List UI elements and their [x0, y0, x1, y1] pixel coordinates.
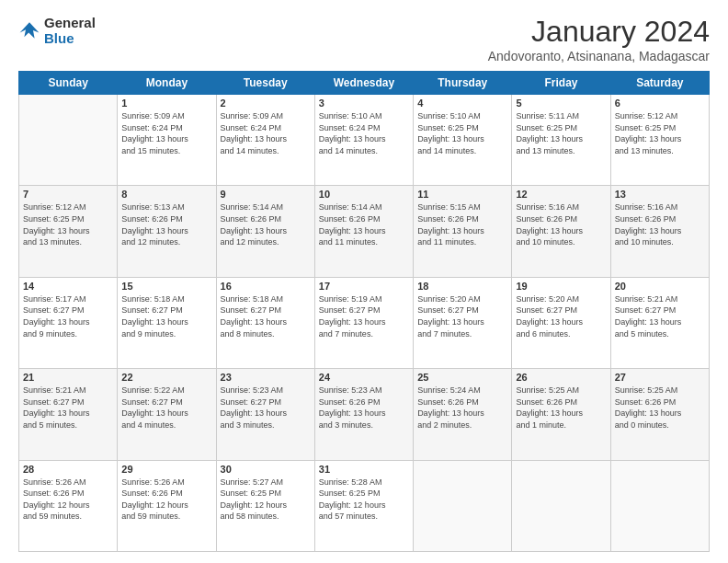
day-info: Sunrise: 5:17 AM Sunset: 6:27 PM Dayligh… — [23, 293, 113, 339]
day-info: Sunrise: 5:21 AM Sunset: 6:27 PM Dayligh… — [615, 293, 705, 339]
day-number: 16 — [221, 281, 311, 292]
day-info: Sunrise: 5:21 AM Sunset: 6:27 PM Dayligh… — [23, 385, 113, 431]
calendar-week-row: 7Sunrise: 5:12 AM Sunset: 6:25 PM Daylig… — [19, 186, 710, 277]
day-info: Sunrise: 5:24 AM Sunset: 6:26 PM Dayligh… — [417, 385, 507, 431]
day-number: 6 — [615, 98, 705, 109]
calendar-empty-cell — [19, 95, 118, 186]
day-number: 5 — [516, 98, 606, 109]
calendar-day-cell: 22Sunrise: 5:22 AM Sunset: 6:27 PM Dayli… — [118, 369, 216, 460]
calendar-day-cell: 19Sunrise: 5:20 AM Sunset: 6:27 PM Dayli… — [512, 277, 610, 368]
calendar-day-cell: 21Sunrise: 5:21 AM Sunset: 6:27 PM Dayli… — [19, 369, 118, 460]
day-info: Sunrise: 5:13 AM Sunset: 6:26 PM Dayligh… — [121, 201, 211, 247]
day-number: 28 — [23, 464, 113, 475]
calendar-day-cell: 5Sunrise: 5:11 AM Sunset: 6:25 PM Daylig… — [512, 95, 610, 186]
day-info: Sunrise: 5:14 AM Sunset: 6:26 PM Dayligh… — [319, 201, 409, 247]
day-number: 7 — [23, 189, 113, 200]
logo: General Blue — [18, 15, 96, 46]
calendar-day-cell: 31Sunrise: 5:28 AM Sunset: 6:25 PM Dayli… — [314, 460, 413, 551]
calendar-day-cell: 13Sunrise: 5:16 AM Sunset: 6:26 PM Dayli… — [610, 186, 709, 277]
day-number: 18 — [417, 281, 507, 292]
day-number: 25 — [417, 372, 507, 383]
day-info: Sunrise: 5:20 AM Sunset: 6:27 PM Dayligh… — [516, 293, 606, 339]
day-info: Sunrise: 5:23 AM Sunset: 6:26 PM Dayligh… — [319, 385, 409, 431]
calendar-day-cell: 14Sunrise: 5:17 AM Sunset: 6:27 PM Dayli… — [19, 277, 118, 368]
logo-icon — [18, 19, 40, 41]
calendar-day-cell: 4Sunrise: 5:10 AM Sunset: 6:25 PM Daylig… — [414, 95, 512, 186]
day-number: 10 — [319, 189, 409, 200]
day-info: Sunrise: 5:16 AM Sunset: 6:26 PM Dayligh… — [615, 201, 705, 247]
calendar-day-cell: 11Sunrise: 5:15 AM Sunset: 6:26 PM Dayli… — [414, 186, 512, 277]
calendar-header-tuesday: Tuesday — [216, 72, 314, 95]
main-title: January 2024 — [488, 15, 710, 49]
calendar-week-row: 1Sunrise: 5:09 AM Sunset: 6:24 PM Daylig… — [19, 95, 710, 186]
day-number: 27 — [615, 372, 705, 383]
day-number: 26 — [516, 372, 606, 383]
day-number: 23 — [221, 372, 311, 383]
day-number: 19 — [516, 281, 606, 292]
day-info: Sunrise: 5:28 AM Sunset: 6:25 PM Dayligh… — [319, 477, 409, 523]
day-number: 12 — [516, 189, 606, 200]
day-info: Sunrise: 5:14 AM Sunset: 6:26 PM Dayligh… — [221, 201, 311, 247]
calendar-day-cell: 30Sunrise: 5:27 AM Sunset: 6:25 PM Dayli… — [216, 460, 314, 551]
day-number: 11 — [417, 189, 507, 200]
day-number: 15 — [121, 281, 211, 292]
calendar-week-row: 14Sunrise: 5:17 AM Sunset: 6:27 PM Dayli… — [19, 277, 710, 368]
calendar-day-cell: 15Sunrise: 5:18 AM Sunset: 6:27 PM Dayli… — [118, 277, 216, 368]
day-number: 2 — [221, 98, 311, 109]
day-number: 8 — [121, 189, 211, 200]
page: General Blue January 2024 Andovoranto, A… — [0, 0, 728, 563]
subtitle: Andovoranto, Atsinanana, Madagascar — [488, 49, 710, 63]
day-number: 29 — [121, 464, 211, 475]
calendar-day-cell: 24Sunrise: 5:23 AM Sunset: 6:26 PM Dayli… — [314, 369, 413, 460]
day-info: Sunrise: 5:09 AM Sunset: 6:24 PM Dayligh… — [221, 110, 311, 156]
day-info: Sunrise: 5:18 AM Sunset: 6:27 PM Dayligh… — [121, 293, 211, 339]
header: General Blue January 2024 Andovoranto, A… — [18, 15, 710, 63]
day-info: Sunrise: 5:09 AM Sunset: 6:24 PM Dayligh… — [121, 110, 211, 156]
day-number: 24 — [319, 372, 409, 383]
calendar-header-sunday: Sunday — [19, 72, 118, 95]
calendar-day-cell: 26Sunrise: 5:25 AM Sunset: 6:26 PM Dayli… — [512, 369, 610, 460]
calendar-day-cell: 1Sunrise: 5:09 AM Sunset: 6:24 PM Daylig… — [118, 95, 216, 186]
day-info: Sunrise: 5:12 AM Sunset: 6:25 PM Dayligh… — [615, 110, 705, 156]
day-info: Sunrise: 5:15 AM Sunset: 6:26 PM Dayligh… — [417, 201, 507, 247]
day-info: Sunrise: 5:26 AM Sunset: 6:26 PM Dayligh… — [23, 477, 113, 523]
calendar-week-row: 28Sunrise: 5:26 AM Sunset: 6:26 PM Dayli… — [19, 460, 710, 551]
calendar-day-cell: 18Sunrise: 5:20 AM Sunset: 6:27 PM Dayli… — [414, 277, 512, 368]
calendar-day-cell: 25Sunrise: 5:24 AM Sunset: 6:26 PM Dayli… — [414, 369, 512, 460]
calendar-header-friday: Friday — [512, 72, 610, 95]
day-info: Sunrise: 5:11 AM Sunset: 6:25 PM Dayligh… — [516, 110, 606, 156]
calendar-day-cell: 12Sunrise: 5:16 AM Sunset: 6:26 PM Dayli… — [512, 186, 610, 277]
calendar-header-monday: Monday — [118, 72, 216, 95]
day-number: 9 — [221, 189, 311, 200]
day-info: Sunrise: 5:18 AM Sunset: 6:27 PM Dayligh… — [221, 293, 311, 339]
calendar-day-cell: 16Sunrise: 5:18 AM Sunset: 6:27 PM Dayli… — [216, 277, 314, 368]
calendar-empty-cell — [610, 460, 709, 551]
calendar-day-cell: 29Sunrise: 5:26 AM Sunset: 6:26 PM Dayli… — [118, 460, 216, 551]
day-info: Sunrise: 5:16 AM Sunset: 6:26 PM Dayligh… — [516, 201, 606, 247]
day-number: 21 — [23, 372, 113, 383]
day-info: Sunrise: 5:26 AM Sunset: 6:26 PM Dayligh… — [121, 477, 211, 523]
calendar-day-cell: 8Sunrise: 5:13 AM Sunset: 6:26 PM Daylig… — [118, 186, 216, 277]
logo-text: General Blue — [44, 15, 96, 46]
day-info: Sunrise: 5:10 AM Sunset: 6:24 PM Dayligh… — [319, 110, 409, 156]
calendar-header-row: SundayMondayTuesdayWednesdayThursdayFrid… — [19, 72, 710, 95]
svg-marker-0 — [20, 22, 40, 39]
calendar-day-cell: 9Sunrise: 5:14 AM Sunset: 6:26 PM Daylig… — [216, 186, 314, 277]
day-number: 22 — [121, 372, 211, 383]
calendar-day-cell: 2Sunrise: 5:09 AM Sunset: 6:24 PM Daylig… — [216, 95, 314, 186]
calendar-day-cell: 3Sunrise: 5:10 AM Sunset: 6:24 PM Daylig… — [314, 95, 413, 186]
day-number: 31 — [319, 464, 409, 475]
day-number: 4 — [417, 98, 507, 109]
calendar-empty-cell — [512, 460, 610, 551]
calendar-day-cell: 10Sunrise: 5:14 AM Sunset: 6:26 PM Dayli… — [314, 186, 413, 277]
day-info: Sunrise: 5:20 AM Sunset: 6:27 PM Dayligh… — [417, 293, 507, 339]
day-info: Sunrise: 5:10 AM Sunset: 6:25 PM Dayligh… — [417, 110, 507, 156]
calendar-day-cell: 23Sunrise: 5:23 AM Sunset: 6:27 PM Dayli… — [216, 369, 314, 460]
day-info: Sunrise: 5:25 AM Sunset: 6:26 PM Dayligh… — [615, 385, 705, 431]
day-info: Sunrise: 5:25 AM Sunset: 6:26 PM Dayligh… — [516, 385, 606, 431]
calendar-day-cell: 28Sunrise: 5:26 AM Sunset: 6:26 PM Dayli… — [19, 460, 118, 551]
title-block: January 2024 Andovoranto, Atsinanana, Ma… — [488, 15, 710, 63]
day-info: Sunrise: 5:23 AM Sunset: 6:27 PM Dayligh… — [221, 385, 311, 431]
day-number: 30 — [221, 464, 311, 475]
day-number: 20 — [615, 281, 705, 292]
